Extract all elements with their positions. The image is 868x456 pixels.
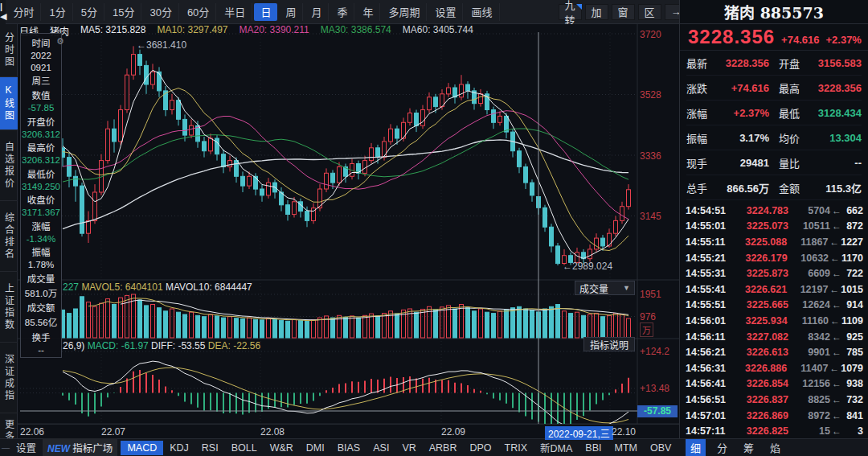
mavol10-value: 6844447 [215, 281, 252, 293]
candlestick-chart[interactable]: ←3681.410←2989.024 [18, 24, 679, 438]
tape-tab-细[interactable]: 细 [686, 439, 706, 456]
x-axis-label: 22.09 [441, 426, 465, 438]
indicator-help-button[interactable]: 指标说明 [583, 337, 635, 351]
indicator-tab-BIAS[interactable]: BIAS [331, 441, 367, 455]
period-button-月[interactable]: 月 [305, 3, 329, 21]
close-icon[interactable]: × [56, 27, 64, 35]
add-button[interactable]: 加 [585, 4, 608, 20]
tape-volume: 8972 [788, 410, 830, 421]
gear-icon[interactable]: ⚙ [56, 37, 64, 46]
window-button[interactable]: 窗 [612, 4, 635, 20]
indicator-tab-VR[interactable]: VR [395, 441, 422, 455]
indicator-tab-BOLL[interactable]: BOLL [225, 441, 264, 455]
period-button-周[interactable]: 周 [279, 3, 303, 21]
period-button-1分[interactable]: 1分 [43, 3, 72, 21]
period-button-15分[interactable]: 15分 [106, 3, 141, 21]
info-panel-row: 3206.312 [21, 129, 61, 139]
left-arrow-icon: ← [829, 315, 841, 327]
period-button-季[interactable]: 季 [330, 3, 354, 21]
time-sales-list[interactable]: 14:54:513224.7835704←66214:55:013225.073… [679, 201, 868, 438]
tape-volume: 6609 [788, 268, 830, 279]
indicator-tab-DPO[interactable]: DPO [463, 441, 497, 455]
volume-unit-label: 万 [640, 322, 653, 337]
period-button-画线[interactable]: 画线 [465, 3, 499, 21]
tape-tab-分[interactable]: 分 [712, 439, 732, 456]
period-button-30分[interactable]: 30分 [143, 3, 178, 21]
period-button-半日[interactable]: 半日 [218, 3, 252, 21]
quote-label: 现手 [686, 155, 719, 170]
ohlc-info-panel: 时间20220921周三数值-57.85开盘价3206.312最高价3206.3… [20, 33, 62, 358]
period-button-多周期[interactable]: 多周期 [382, 3, 427, 21]
indicator-tab-新DMA[interactable]: 新DMA [534, 438, 579, 456]
sidebar-item-上证指数[interactable]: 上证指数 [0, 272, 18, 343]
quote-row: 振幅3.17%均价13.304 [686, 125, 862, 150]
tape-row: 14:56:213226.6139901←785 [686, 344, 863, 360]
indicator-tab-MTM[interactable]: MTM [608, 441, 644, 455]
period-button-年[interactable]: 年 [356, 3, 380, 21]
info-panel-row: 成交量 [21, 272, 61, 285]
sidebar-item-深证成指[interactable]: 深证成指 [0, 343, 18, 413]
indicator-tab-ARBR[interactable]: ARBR [423, 441, 464, 455]
period-button-5分[interactable]: 5分 [75, 3, 104, 21]
indicator-settings-button[interactable]: 设置 [10, 438, 43, 456]
indicator-plaza-button[interactable]: NEW 指标广场 [43, 438, 117, 456]
period-button-日[interactable]: 日 [254, 3, 277, 21]
x-axis-label: 22.10 [612, 426, 636, 438]
quote-value: 3128.434 [811, 107, 862, 119]
tape-time: 14:54:51 [686, 205, 734, 216]
tape-count: 1015 [841, 284, 863, 295]
tape-time: 14:56:41 [686, 378, 734, 389]
tape-volume: 5704 [788, 205, 830, 216]
tape-price: 3226.837 [734, 394, 788, 405]
period-button-分时[interactable]: 分时 [6, 3, 41, 21]
left-arrow-icon: ← [830, 331, 843, 343]
nine-turn-button[interactable]: 九转 [559, 4, 582, 20]
tape-time: 14:56:51 [686, 394, 734, 405]
indicator-tab-DMI[interactable]: DMI [300, 441, 331, 455]
tape-tab-筹[interactable]: 筹 [739, 439, 759, 456]
indicator-tab-OBV[interactable]: OBV [644, 441, 678, 455]
collapse-icon[interactable]: |◀ [0, 0, 6, 24]
resize-handle[interactable]: — [2, 443, 10, 452]
tape-volume: 10632 [788, 253, 829, 264]
zone-button[interactable]: 区 [638, 4, 661, 20]
period-button-60分[interactable]: 60分 [181, 3, 216, 21]
info-panel-row: 振幅 [21, 245, 61, 258]
info-panel-row: 成交额 [21, 301, 61, 314]
ma-header-item: MA60: 3405.744 [403, 24, 473, 35]
tape-price: 3226.621 [733, 284, 787, 295]
tape-volume: 8342 [788, 331, 830, 343]
info-panel-row: 开盘价 [21, 115, 61, 128]
quote-label: 开盘 [779, 55, 811, 71]
sidebar-item-自选报价[interactable]: 自选报价 [0, 130, 18, 201]
tape-row: 14:54:513224.7835704←662 [686, 203, 863, 219]
sidebar-item-综合排名[interactable]: 综合排名 [0, 201, 18, 272]
sidebar-item-分时图[interactable]: 分时图 [0, 24, 18, 77]
indicator-tab-TRIX[interactable]: TRIX [498, 441, 534, 455]
info-panel-row: 3171.367 [21, 207, 61, 217]
indicator-tab-ASI[interactable]: ASI [366, 441, 395, 455]
price-change-pct: +2.37% [825, 34, 861, 46]
indicator-tab-BBI[interactable]: BBI [579, 441, 608, 455]
volume-value: 227 [63, 281, 79, 293]
tape-volume: 11160 [788, 315, 829, 327]
tape-price: 3224.783 [734, 205, 788, 216]
info-panel-row: 数值 [21, 88, 61, 101]
x-axis-label: 22.06 [20, 426, 44, 438]
indicator-tab-W&R[interactable]: W&R [264, 441, 300, 455]
tape-price: 3225.934 [733, 315, 787, 327]
quote-value: 3.17% [719, 132, 774, 144]
indicator-tab-KDJ[interactable]: KDJ [163, 441, 195, 455]
volume-indicator-selector[interactable]: 成交量 ▼ [575, 281, 635, 295]
indicator-tab-MACD[interactable]: MACD [121, 441, 163, 455]
mavol5-label: MAVOL5: [81, 281, 122, 293]
sidebar-item-K线图[interactable]: K线图 [0, 77, 18, 130]
macd-value: -61.97 [121, 340, 149, 351]
tape-count: 732 [843, 394, 863, 405]
dea-value: -22.56 [233, 340, 260, 351]
tape-count: 914 [843, 299, 863, 310]
indicator-tab-RSI[interactable]: RSI [195, 441, 225, 455]
period-button-设置[interactable]: 设置 [428, 3, 463, 21]
tape-tab-焰[interactable]: 焰 [765, 439, 785, 456]
price-change: +74.616 [781, 34, 819, 46]
